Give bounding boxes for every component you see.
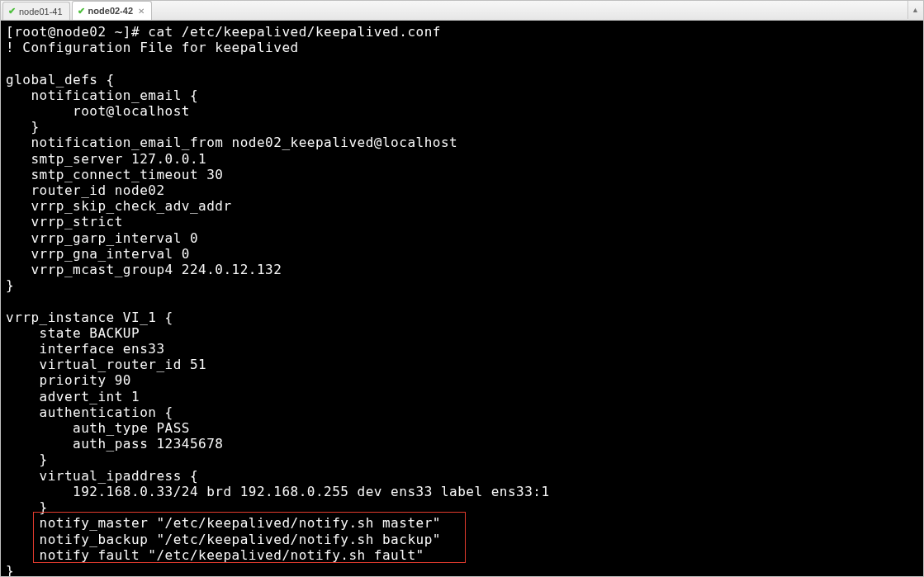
tab-node01-41[interactable]: ✔ node01-41: [2, 2, 70, 20]
chevron-up-icon: ▲: [912, 6, 919, 14]
connected-icon: ✔: [78, 6, 85, 17]
app-window: ✔ node01-41 ✔ node02-42 ✕ ▲ [root@node02…: [0, 0, 924, 577]
tab-bar: ✔ node01-41 ✔ node02-42 ✕ ▲: [1, 1, 923, 21]
connected-icon: ✔: [8, 6, 16, 17]
close-icon[interactable]: ✕: [138, 7, 145, 16]
tab-node02-42[interactable]: ✔ node02-42 ✕: [72, 1, 152, 20]
terminal-output[interactable]: [root@node02 ~]# cat /etc/keepalived/kee…: [1, 21, 923, 576]
new-tab-area[interactable]: [154, 7, 167, 20]
tab-label: node01-41: [19, 7, 63, 17]
scrollbar-up-button[interactable]: ▲: [907, 1, 922, 19]
tab-label: node02-42: [88, 6, 133, 16]
